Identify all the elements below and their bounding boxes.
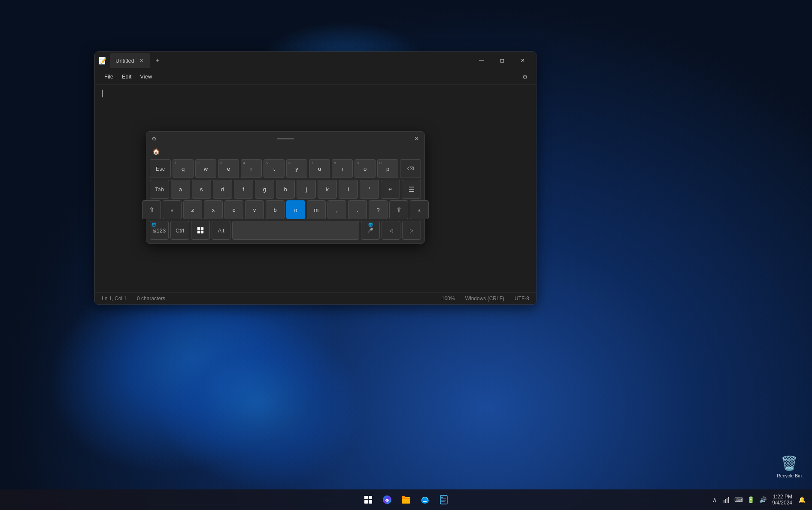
maximize-button[interactable]: ◻: [492, 54, 512, 67]
minimize-button[interactable]: —: [472, 54, 491, 67]
battery-icon[interactable]: 🔋: [745, 495, 756, 505]
osk-toolbar: 🏠: [146, 145, 424, 159]
start-icon: [364, 496, 372, 504]
on-screen-keyboard: ⚙ ✕ 🏠 Esc 1 q 2 w 3 e 4 r: [146, 131, 425, 244]
key-alt[interactable]: Alt: [212, 221, 230, 240]
key-shift-mode-right[interactable]: ▲: [410, 200, 429, 219]
key-left-arrow[interactable]: ◁: [382, 221, 400, 240]
key-row-1: Esc 1 q 2 w 3 e 4 r 5 t 6 y: [150, 159, 421, 178]
key-tab[interactable]: Tab: [150, 180, 169, 199]
edge-button[interactable]: [416, 491, 433, 508]
key-right-arrow[interactable]: ▷: [402, 221, 421, 240]
recycle-bin-icon: 🗑️: [781, 455, 798, 471]
key-shift-left[interactable]: ⇧: [142, 200, 161, 219]
close-button[interactable]: ✕: [513, 54, 533, 67]
file-explorer-button[interactable]: [397, 491, 415, 508]
key-l[interactable]: l: [339, 180, 358, 199]
key-windows[interactable]: [191, 221, 210, 240]
key-x[interactable]: x: [204, 200, 223, 219]
key-period[interactable]: .: [348, 200, 367, 219]
recycle-bin[interactable]: 🗑️ Recycle Bin: [775, 453, 803, 480]
key-mic[interactable]: 🌐 🎤: [361, 221, 380, 240]
key-a[interactable]: a: [171, 180, 190, 199]
key-o[interactable]: 9 o: [354, 159, 376, 178]
status-characters: 0 characters: [137, 296, 165, 302]
key-row-2: Tab a s d f g h j k l ' ↵ ☰: [150, 180, 421, 199]
osk-settings-button[interactable]: ⚙: [150, 134, 158, 143]
key-p[interactable]: 0 p: [377, 159, 398, 178]
status-bar: Ln 1, Col 1 0 characters 100% Windows (C…: [95, 292, 536, 304]
notepad-taskbar-button[interactable]: [435, 491, 452, 508]
key-comma[interactable]: ,: [327, 200, 346, 219]
keyboard-icon[interactable]: ⌨: [733, 495, 744, 505]
key-backspace[interactable]: ⌫: [400, 159, 421, 178]
osk-drag-handle[interactable]: [158, 138, 412, 139]
key-q[interactable]: 1 q: [173, 159, 194, 178]
key-ctrl[interactable]: Ctrl: [170, 221, 189, 240]
key-z[interactable]: z: [183, 200, 202, 219]
new-tab-button[interactable]: +: [151, 54, 164, 66]
file-explorer-icon: [401, 495, 411, 505]
svg-rect-11: [725, 499, 726, 503]
key-n[interactable]: n: [286, 200, 305, 219]
volume-icon[interactable]: 🔊: [757, 495, 768, 505]
key-t[interactable]: 5 t: [264, 159, 285, 178]
view-menu[interactable]: View: [136, 72, 156, 81]
key-h[interactable]: h: [276, 180, 295, 199]
key-j[interactable]: j: [297, 180, 316, 199]
menu-bar: File Edit View ⚙: [95, 69, 536, 84]
notification-icon[interactable]: 🔔: [797, 495, 807, 505]
copilot-button[interactable]: [379, 491, 396, 508]
taskbar: ∧ ⌨ 🔋 🔊 1:22 PM 9/4/2024 🔔: [0, 489, 812, 510]
notepad-tab[interactable]: Untitled ✕: [110, 53, 150, 68]
clock-time: 1:22 PM: [773, 494, 792, 500]
key-g[interactable]: g: [255, 180, 274, 199]
key-r[interactable]: 4 r: [241, 159, 262, 178]
key-shift-right[interactable]: ⇧: [389, 200, 408, 219]
key-w[interactable]: 2 w: [195, 159, 216, 178]
system-tray-chevron[interactable]: ∧: [709, 495, 720, 505]
key-u[interactable]: 7 u: [309, 159, 330, 178]
key-apostrophe[interactable]: ': [360, 180, 379, 199]
status-line-ending[interactable]: Windows (CRLF): [465, 296, 504, 302]
key-s[interactable]: s: [192, 180, 211, 199]
key-y[interactable]: 6 y: [286, 159, 307, 178]
taskbar-icons: [360, 491, 452, 508]
key-d[interactable]: d: [213, 180, 232, 199]
key-shift-mode[interactable]: ▲: [163, 200, 182, 219]
tab-title: Untitled: [115, 57, 134, 64]
edge-icon: [420, 495, 430, 505]
file-menu[interactable]: File: [100, 72, 118, 81]
key-c[interactable]: c: [224, 200, 243, 219]
key-b[interactable]: b: [266, 200, 285, 219]
osk-drag-line: [277, 138, 294, 139]
key-esc[interactable]: Esc: [150, 159, 171, 178]
status-zoom[interactable]: 100%: [442, 296, 455, 302]
key-v[interactable]: v: [245, 200, 264, 219]
notepad-app-icon: 📝: [98, 56, 107, 65]
network-icon[interactable]: [721, 495, 732, 505]
svg-point-1: [386, 500, 388, 502]
status-position: Ln 1, Col 1: [102, 296, 127, 302]
edit-menu[interactable]: Edit: [118, 72, 136, 81]
key-e[interactable]: 3 e: [218, 159, 239, 178]
text-cursor: [102, 90, 103, 97]
tab-close-button[interactable]: ✕: [138, 57, 145, 64]
osk-keys: Esc 1 q 2 w 3 e 4 r 5 t 6 y: [146, 159, 424, 240]
status-encoding[interactable]: UTF-8: [515, 296, 529, 302]
notepad-taskbar-icon: [439, 495, 449, 505]
key-question[interactable]: ?: [369, 200, 388, 219]
osk-close-button[interactable]: ✕: [412, 134, 421, 143]
clock[interactable]: 1:22 PM 9/4/2024: [770, 493, 795, 507]
key-k[interactable]: k: [318, 180, 337, 199]
notepad-settings-button[interactable]: ⚙: [519, 71, 531, 83]
start-button[interactable]: [360, 491, 377, 508]
key-m[interactable]: m: [307, 200, 326, 219]
key-enter[interactable]: ↵: [381, 180, 400, 199]
key-i[interactable]: 8 i: [332, 159, 353, 178]
key-numbers[interactable]: 🌐 &123: [150, 221, 169, 240]
key-space[interactable]: [232, 221, 359, 240]
key-scroll[interactable]: ☰: [402, 180, 421, 199]
key-f[interactable]: f: [234, 180, 253, 199]
osk-emoji-button[interactable]: 🏠: [150, 145, 162, 157]
